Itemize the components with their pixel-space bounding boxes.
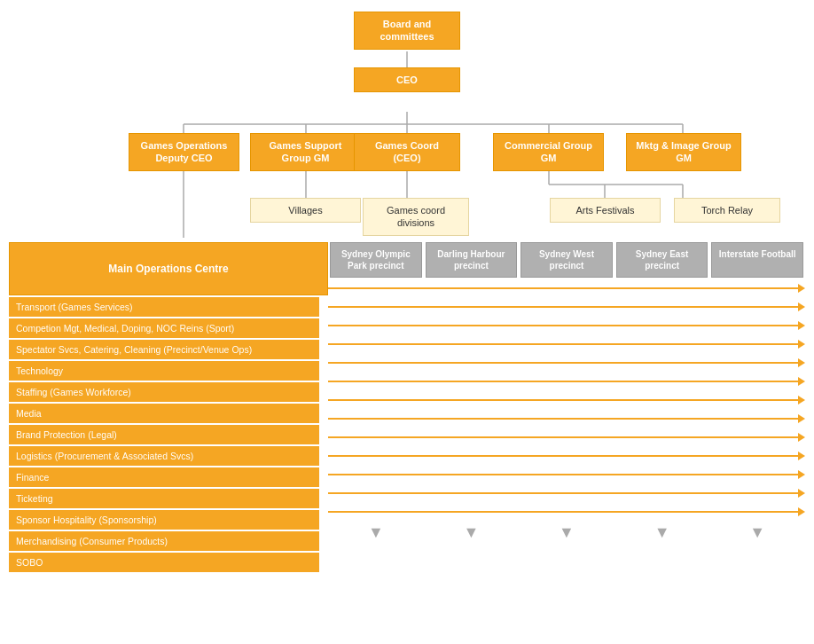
arrow-row-3: [328, 335, 805, 352]
torch-relay-box: Torch Relay: [674, 198, 780, 223]
arrow-tip-7: [798, 414, 805, 423]
main-ops-section: Main Operations Centre Transport (Games …: [9, 242, 805, 574]
arrow-line-5: [328, 381, 798, 382]
arrow-line-0: [328, 287, 798, 289]
sydney-olympic-box: Sydney Olympic Park precinct: [330, 242, 422, 278]
service-label-12: SOBO: [9, 553, 319, 572]
sydney-east-box: Sydney East precinct: [616, 242, 708, 278]
arrow-line-1: [328, 306, 798, 308]
service-label-4: Staffing (Games Workforce): [9, 382, 319, 402]
service-label-6: Brand Protection (Legal): [9, 425, 319, 444]
service-label-8: Finance: [9, 467, 319, 487]
arrow-row-8: [328, 428, 805, 445]
villages-box: Villages: [250, 198, 361, 223]
arrow-tip-9: [798, 452, 805, 460]
sydney-olympic-label: Sydney Olympic Park precinct: [341, 249, 411, 271]
arrow-row-10: [328, 466, 805, 483]
interstate-box: Interstate Football: [711, 242, 803, 278]
down-arrow-1: ▼: [328, 523, 424, 542]
games-coord-div-label: Games coord divisions: [387, 205, 445, 228]
main-ops-box: Main Operations Centre: [9, 242, 328, 295]
villages-label: Villages: [288, 205, 322, 216]
arts-festivals-box: Arts Festivals: [550, 198, 661, 223]
arrow-row-11: [328, 484, 805, 501]
arrow-line-10: [328, 474, 798, 475]
arrow-row-0: [328, 279, 805, 296]
darling-harbour-label: Darling Harbour precinct: [437, 249, 505, 271]
service-label-5: Media: [9, 404, 319, 423]
mktg-image-label: Mktg & Image Group GM: [636, 140, 732, 163]
left-panel: Main Operations Centre Transport (Games …: [9, 242, 328, 574]
games-coord-label: Games Coord (CEO): [375, 140, 439, 163]
arrow-tip-0: [798, 284, 805, 293]
arrow-row-12: [328, 503, 805, 520]
arrow-tip-5: [798, 377, 805, 386]
main-ops-label: Main Operations Centre: [108, 263, 228, 275]
arrow-line-4: [328, 362, 798, 364]
games-support-box: Games Support Group GM: [250, 133, 361, 171]
arrow-tip-1: [798, 302, 805, 311]
down-arrow-3: ▼: [519, 523, 614, 542]
arrow-line-3: [328, 343, 798, 345]
games-coord-div-box: Games coord divisions: [363, 198, 469, 236]
ceo-box: CEO: [354, 67, 460, 92]
arrow-line-9: [328, 455, 798, 457]
arrow-row-4: [328, 354, 805, 371]
arrow-tip-6: [798, 396, 805, 404]
services-lines: [328, 278, 805, 522]
arrow-row-1: [328, 298, 805, 315]
arrow-tip-3: [798, 340, 805, 349]
darling-harbour-box: Darling Harbour precinct: [426, 242, 518, 278]
arrow-tip-11: [798, 489, 805, 498]
precinct-headers: Sydney Olympic Park precinct Darling Har…: [328, 242, 805, 278]
service-label-9: Ticketing: [9, 489, 319, 508]
down-arrow-2: ▼: [424, 523, 520, 542]
services-list: Transport (Games Services)Competion Mgt,…: [9, 297, 328, 572]
sydney-west-box: Sydney West precinct: [520, 242, 613, 278]
arts-festivals-label: Arts Festivals: [575, 205, 634, 216]
games-support-label: Games Support Group GM: [270, 140, 342, 163]
games-coord-box: Games Coord (CEO): [354, 133, 460, 171]
service-label-11: Merchandising (Consumer Products): [9, 531, 319, 551]
commercial-group-label: Commercial Group GM: [505, 140, 592, 163]
games-ops-dep-label: Games Operations Deputy CEO: [141, 140, 228, 163]
arrow-row-6: [328, 391, 805, 408]
commercial-group-box: Commercial Group GM: [493, 133, 604, 171]
games-ops-dep-box: Games Operations Deputy CEO: [129, 133, 239, 171]
service-label-10: Sponsor Hospitality (Sponsorship): [9, 510, 319, 530]
arrow-tip-2: [798, 321, 805, 330]
service-label-7: Logistics (Procurement & Associated Svcs…: [9, 446, 319, 466]
down-arrows: ▼ ▼ ▼ ▼ ▼: [328, 523, 805, 542]
arrow-row-9: [328, 447, 805, 464]
service-label-2: Spectator Svcs, Catering, Cleaning (Prec…: [9, 340, 319, 359]
interstate-label: Interstate Football: [719, 249, 796, 259]
arrow-line-8: [328, 436, 798, 438]
sydney-east-label: Sydney East precinct: [636, 249, 688, 271]
service-label-0: Transport (Games Services): [9, 297, 319, 317]
arrow-row-5: [328, 373, 805, 389]
right-panel: Sydney Olympic Park precinct Darling Har…: [328, 242, 805, 574]
down-arrow-5: ▼: [709, 523, 805, 542]
arrow-row-7: [328, 410, 805, 427]
sydney-west-label: Sydney West precinct: [539, 249, 594, 271]
ceo-label: CEO: [396, 75, 418, 85]
down-arrow-4: ▼: [614, 523, 710, 542]
mktg-image-box: Mktg & Image Group GM: [626, 133, 741, 171]
service-label-3: Technology: [9, 361, 319, 381]
org-chart: Board and committees CEO Games Operation…: [0, 0, 814, 583]
service-label-1: Competion Mgt, Medical, Doping, NOC Rein…: [9, 318, 319, 338]
arrow-line-2: [328, 325, 798, 326]
arrow-tip-10: [798, 470, 805, 479]
arrow-line-7: [328, 418, 798, 420]
board-box: Board and committees: [354, 12, 460, 50]
torch-relay-label: Torch Relay: [701, 205, 753, 216]
arrow-line-6: [328, 399, 798, 401]
board-label: Board and committees: [380, 19, 434, 42]
arrow-line-12: [328, 511, 798, 513]
org-top-section: Board and committees CEO Games Operation…: [9, 7, 805, 238]
arrow-tip-8: [798, 433, 805, 442]
arrow-tip-12: [798, 507, 805, 516]
arrow-line-11: [328, 492, 798, 494]
arrow-row-2: [328, 317, 805, 334]
arrow-tip-4: [798, 358, 805, 367]
